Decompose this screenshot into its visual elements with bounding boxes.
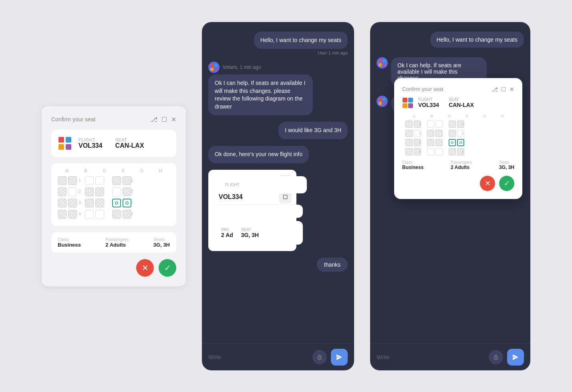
svg-rect-5	[214, 64, 218, 67]
svg-rect-6	[210, 68, 213, 71]
overlay-seat-1e[interactable]	[435, 121, 443, 128]
overlay-seat-3g-selected[interactable]	[449, 139, 456, 146]
seat-label: SEAT	[115, 137, 144, 142]
row-num-right-1: 1	[129, 178, 135, 183]
seat-2e[interactable]	[95, 187, 104, 196]
overlay-seat-row-1: 1 1	[402, 121, 514, 128]
overlay-seat-2g[interactable]	[449, 130, 456, 137]
overlay-seat-map-header: A B D E G H	[402, 114, 514, 118]
seat-2a[interactable]	[58, 187, 66, 196]
overlay-pax-group: Passengers 2 Adults	[451, 160, 472, 170]
pax-row-chat: PAX 2 Ad SEAT 3G, 3H	[215, 221, 303, 245]
seat-1b[interactable]	[68, 176, 77, 185]
row-num-left-2: 2	[77, 189, 83, 194]
overlay-seat-row-3: 3 3	[402, 139, 514, 146]
seat-1d[interactable]	[85, 176, 94, 185]
pax-group-chat: PAX 2 Ad	[221, 227, 233, 238]
right-bot-avatar-2	[377, 96, 388, 107]
seat-map: A B D E G H 1 1	[51, 163, 176, 226]
overlay-seat-3a[interactable]	[405, 139, 413, 146]
overlay-seat-3d[interactable]	[427, 139, 434, 146]
col-b: B	[81, 168, 90, 173]
seat-4d[interactable]	[85, 210, 94, 219]
seat-3a[interactable]	[58, 199, 66, 207]
overlay-seat-1d[interactable]	[427, 121, 434, 128]
chat-input[interactable]	[208, 354, 308, 360]
cancel-button[interactable]: ✕	[136, 259, 154, 277]
seat-3e[interactable]	[95, 199, 104, 207]
seat-1e[interactable]	[95, 176, 104, 185]
overlay-seat-2d[interactable]	[427, 130, 434, 137]
overlay-bookmark-icon[interactable]: ☐	[501, 86, 506, 92]
overlay-flight-value: VOL334	[418, 102, 439, 108]
right-send-button[interactable]	[507, 349, 524, 366]
flight-card-group: ✏ ☐ FLIGHT VOL334	[208, 170, 348, 251]
user-msg-2-group: I would like 3G and 3H	[208, 122, 348, 139]
overlay-share-icon[interactable]: ⎇	[491, 86, 498, 92]
overlay-flight-info: FLIGHT VOL334 SEAT CAN-LAX	[402, 97, 514, 109]
svg-rect-3	[66, 144, 71, 150]
bookmark-icon[interactable]: ☐	[161, 116, 167, 123]
col-h: H	[156, 168, 165, 173]
overlay-seat-1g[interactable]	[449, 121, 456, 128]
seat-2g[interactable]	[112, 187, 121, 196]
bot-sender-1: Volaris, 1 min ago	[208, 62, 261, 73]
overlay-cancel-button[interactable]: ✕	[480, 176, 495, 191]
seat-4a[interactable]	[58, 210, 66, 219]
seat-1a[interactable]	[58, 176, 66, 185]
overlay-seat-4g[interactable]	[449, 148, 456, 155]
overlay-seat-2a[interactable]	[405, 130, 413, 137]
seat-row-4: 4 4	[58, 210, 170, 219]
seat-2d[interactable]	[85, 187, 94, 196]
card-title: Confirm your seat	[51, 116, 95, 123]
overlay-seat-4d[interactable]	[427, 148, 434, 155]
overlay-confirm-button[interactable]: ✓	[499, 176, 514, 191]
card-header: Confirm your seat ⎇ ☐ ✕	[51, 116, 176, 123]
voice-button[interactable]	[312, 350, 327, 364]
right-user-bubble-1: Hello, I want to change my seats	[430, 32, 524, 48]
class-label: Class	[58, 237, 81, 242]
overlay-icons: ⎇ ☐ ✕	[491, 86, 514, 92]
seat-3b[interactable]	[68, 199, 77, 207]
overlay-seat-2e[interactable]	[435, 130, 443, 137]
overlay-seat-1a[interactable]	[405, 121, 413, 128]
confirm-button[interactable]: ✓	[159, 259, 176, 277]
overlay-class-group: Class Business	[402, 160, 423, 170]
right-seats-row1-left	[85, 176, 104, 185]
col-g: G	[137, 168, 146, 173]
seats-label: Seats	[153, 237, 170, 242]
seat-4b[interactable]	[68, 210, 77, 219]
bot-msg-1: Ok I can help. If seats are available I …	[208, 74, 313, 115]
overlay-logo	[402, 97, 413, 109]
overlay-seat-4e[interactable]	[435, 148, 443, 155]
right-voice-button[interactable]	[489, 350, 503, 364]
overlay-seat-4a[interactable]	[405, 148, 413, 155]
seat-4g[interactable]	[112, 210, 121, 219]
overlay-flight-num: FLIGHT VOL334	[418, 97, 439, 108]
svg-rect-14	[379, 59, 382, 62]
overlay-seat-3e[interactable]	[435, 139, 443, 146]
seat-1g[interactable]	[112, 176, 121, 185]
overlay-card-title: Confirm your seat	[402, 86, 443, 92]
send-button[interactable]	[331, 349, 348, 366]
seat-group-chat: SEAT 3G, 3H	[241, 227, 259, 238]
row-num-left-1: 1	[77, 178, 83, 183]
class-group: Class Business	[58, 237, 81, 248]
seat-3d[interactable]	[85, 199, 94, 207]
seat-2b[interactable]	[68, 187, 77, 196]
overlay-close-icon[interactable]: ✕	[510, 86, 514, 92]
col-e: E	[119, 168, 127, 173]
right-chat-input[interactable]	[377, 354, 485, 360]
seat-3g-selected[interactable]	[112, 199, 121, 207]
right-seats-row2-left	[85, 187, 104, 196]
right-user-msg-1: Hello, I want to change my seats	[377, 32, 524, 48]
svg-rect-19	[383, 98, 386, 101]
seat-4e[interactable]	[95, 210, 104, 219]
svg-rect-23	[408, 98, 413, 103]
chat-panel: Hello, I want to change my seats User 1 …	[202, 22, 354, 370]
close-icon[interactable]: ✕	[171, 116, 176, 123]
left-seats-row1	[58, 176, 77, 185]
svg-rect-20	[379, 102, 382, 105]
share-icon[interactable]: ⎇	[150, 116, 157, 123]
left-seats-row3	[58, 199, 77, 207]
